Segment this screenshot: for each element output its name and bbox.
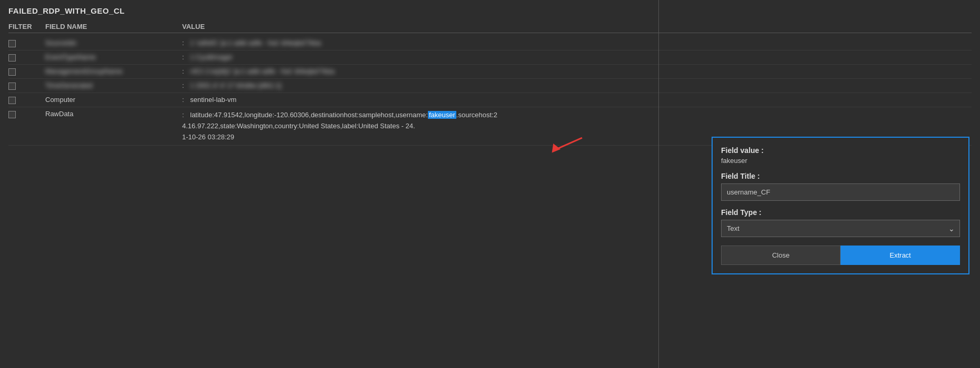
popup-field-value-text: fakeuser [721,157,960,165]
row-value-2: : 1 CyulbInager [182,53,972,61]
popup-panel: Field value : fakeuser Field Title : Fie… [712,137,969,274]
row-fieldname-6: RawData [45,110,182,118]
row-filter-4 [8,81,45,90]
row-fieldname-1: SourceIdn [45,39,182,47]
close-button[interactable]: Close [721,246,841,265]
header-fieldname: FIELD NAME [45,23,182,30]
row-fieldname-5: Computer [45,96,182,104]
popup-field-type-label: Field Type : [721,208,960,217]
table-row: ManagementGroupName : r4Ct 1'os[dt]1' [a… [8,65,972,79]
row-filter-5 [8,96,45,104]
popup-field-title-label: Field Title : [721,172,960,180]
table-header: FILTER FIELD NAME VALUE [8,21,972,33]
row-fieldname-2: EventTypeName [45,53,182,61]
highlighted-username: fakeuser [428,111,456,119]
header-filter: FILTER [8,23,45,30]
extract-button[interactable]: Extract [841,246,960,265]
popup-buttons: Close Extract [721,246,960,265]
row-filter-6 [8,110,45,118]
row-value-4: : 1 2001 d' d' 17 bhidke [d6t1:1] [182,81,972,89]
popup-field-value-label: Field value : [721,146,960,155]
main-panel: FAILED_RDP_WITH_GEO_CL FILTER FIELD NAME… [0,0,980,368]
popup-select-wrapper: Text Number Boolean DateTime ⌄ [721,220,960,237]
row-value-3: : r4Ct 1'os[dt]1' [a:1 adkt adfe - fod: … [182,67,972,75]
filter-checkbox-4[interactable] [8,83,16,90]
field-type-select[interactable]: Text Number Boolean DateTime [721,220,960,237]
filter-checkbox-2[interactable] [8,54,16,62]
table-row: Computer : sentinel-lab-vm [8,93,972,107]
row-filter-3 [8,67,45,76]
page-title: FAILED_RDP_WITH_GEO_CL [8,6,972,15]
filter-checkbox-6[interactable] [8,111,16,118]
filter-checkbox-5[interactable] [8,97,16,104]
header-value: VALUE [182,23,972,30]
row-filter-1 [8,39,45,47]
row-filter-2 [8,53,45,62]
vertical-divider [658,0,659,368]
svg-marker-1 [549,144,562,156]
row-value-5: : sentinel-lab-vm [182,96,972,104]
row-fieldname-3: ManagementGroupName [45,67,182,75]
filter-checkbox-1[interactable] [8,40,16,47]
table-row: TimeGenerated : 1 2001 d' d' 17 bhidke [… [8,79,972,93]
row-fieldname-4: TimeGenerated [45,81,182,89]
table-row: EventTypeName : 1 CyulbInager [8,50,972,65]
filter-checkbox-3[interactable] [8,68,16,76]
svg-line-0 [556,130,582,157]
row-value-1: : 1 'sdfstf1' [a:1 adkt adfe - fod: bhke… [182,39,972,47]
field-title-input[interactable] [721,183,960,201]
table-row: SourceIdn : 1 'sdfstf1' [a:1 adkt adfe -… [8,36,972,50]
